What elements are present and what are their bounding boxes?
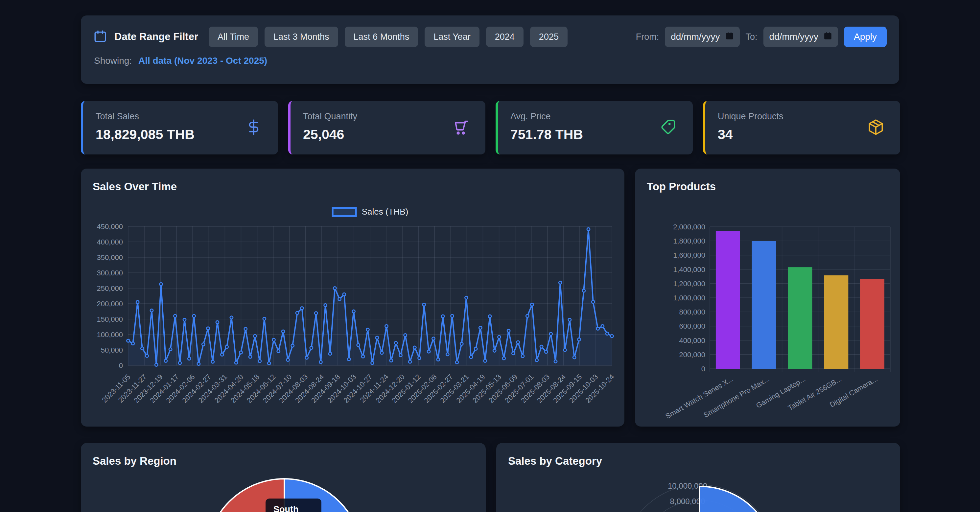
filter-row: Date Range Filter All TimeLast 3 MonthsL…: [81, 16, 899, 47]
top-products-title: Top Products: [647, 180, 716, 193]
svg-text:300,000: 300,000: [97, 269, 123, 277]
stat-card-unique-products: Unique Products 34: [703, 101, 900, 154]
preset-buttons: All TimeLast 3 MonthsLast 6 MonthsLast Y…: [209, 27, 568, 47]
svg-text:800,000: 800,000: [679, 308, 705, 316]
svg-text:400,000: 400,000: [679, 337, 705, 345]
preset-button-last-3-months[interactable]: Last 3 Months: [264, 27, 338, 47]
stat-card-total-sales: Total Sales 18,829,085 THB: [81, 101, 278, 154]
cart-icon: [452, 118, 469, 137]
tooltip-label: South: [274, 504, 298, 512]
svg-text:0: 0: [119, 361, 123, 370]
legend-swatch: [332, 207, 357, 217]
sales-over-time-legend[interactable]: Sales (THB): [332, 207, 409, 217]
from-label: From:: [636, 32, 659, 42]
from-date-input[interactable]: dd/mm/yyyy: [665, 27, 740, 47]
svg-text:450,000: 450,000: [97, 223, 123, 231]
tag-icon: [660, 119, 677, 137]
date-range-filter-card: Date Range Filter All TimeLast 3 MonthsL…: [81, 16, 899, 84]
date-picker-icon[interactable]: [725, 32, 734, 42]
svg-text:200,000: 200,000: [679, 351, 705, 359]
svg-text:Smart Watch Series X...: Smart Watch Series X...: [664, 375, 735, 421]
svg-text:350,000: 350,000: [97, 253, 123, 262]
to-date-placeholder: dd/mm/yyyy: [769, 32, 818, 42]
filter-title: Date Range Filter: [115, 31, 198, 43]
preset-button-last-6-months[interactable]: Last 6 Months: [345, 27, 418, 47]
sales-by-region-title: Sales by Region: [93, 455, 177, 467]
showing-row: Showing: All data (Nov 2023 - Oct 2025): [81, 47, 899, 66]
from-date-placeholder: dd/mm/yyyy: [671, 32, 720, 42]
sales-by-category-title: Sales by Category: [508, 455, 602, 467]
stat-card-total-quantity: Total Quantity 25,046: [288, 101, 485, 154]
apply-button[interactable]: Apply: [844, 27, 887, 47]
svg-text:400,000: 400,000: [97, 238, 123, 246]
showing-value: All data (Nov 2023 - Oct 2025): [138, 56, 267, 66]
top-products-chart[interactable]: 0200,000400,000600,000800,0001,000,0001,…: [635, 169, 900, 426]
svg-text:0: 0: [701, 365, 705, 373]
svg-text:100,000: 100,000: [97, 331, 123, 339]
svg-text:250,000: 250,000: [97, 284, 123, 293]
sales-over-time-card: Sales Over Time Sales (THB) 2023-11-0520…: [81, 169, 624, 426]
calendar-icon: [93, 29, 107, 45]
svg-text:1,400,000: 1,400,000: [673, 266, 705, 274]
svg-text:1,800,000: 1,800,000: [673, 237, 705, 245]
dollar-icon: [245, 119, 262, 137]
svg-text:2,000,000: 2,000,000: [673, 223, 705, 231]
to-label: To:: [746, 32, 757, 42]
preset-button-all-time[interactable]: All Time: [209, 27, 258, 47]
date-range-inputs: From: dd/mm/yyyy To: dd/mm/yyyy: [636, 27, 887, 47]
date-picker-icon[interactable]: [824, 32, 832, 42]
sales-by-category-chart[interactable]: 10,000,0008,000,0006,000,000: [496, 443, 900, 512]
package-icon: [867, 119, 885, 137]
svg-text:1,600,000: 1,600,000: [673, 251, 705, 259]
legend-label: Sales (THB): [362, 207, 409, 217]
svg-text:50,000: 50,000: [101, 346, 123, 354]
top-products-card: Top Products 0200,000400,000600,000800,0…: [635, 169, 900, 426]
preset-button-2025[interactable]: 2025: [530, 27, 568, 47]
sales-over-time-title: Sales Over Time: [93, 180, 177, 193]
svg-text:1,200,000: 1,200,000: [673, 280, 705, 288]
svg-text:1,000,000: 1,000,000: [673, 294, 705, 302]
svg-text:Smartphone Pro Max...: Smartphone Pro Max...: [702, 375, 771, 419]
showing-label: Showing:: [94, 56, 132, 66]
svg-text:200,000: 200,000: [97, 300, 123, 308]
stat-card-avg-price: Avg. Price 751.78 THB: [496, 101, 693, 154]
chart-tooltip: South: [266, 499, 321, 512]
sales-by-region-card: Sales by Region South: [81, 443, 486, 512]
svg-text:600,000: 600,000: [679, 322, 705, 330]
preset-button-2024[interactable]: 2024: [486, 27, 523, 47]
sales-by-category-card: Sales by Category 10,000,0008,000,0006,0…: [496, 443, 900, 512]
to-date-input[interactable]: dd/mm/yyyy: [764, 27, 838, 47]
preset-button-last-year[interactable]: Last Year: [425, 27, 479, 47]
svg-text:150,000: 150,000: [97, 315, 123, 323]
